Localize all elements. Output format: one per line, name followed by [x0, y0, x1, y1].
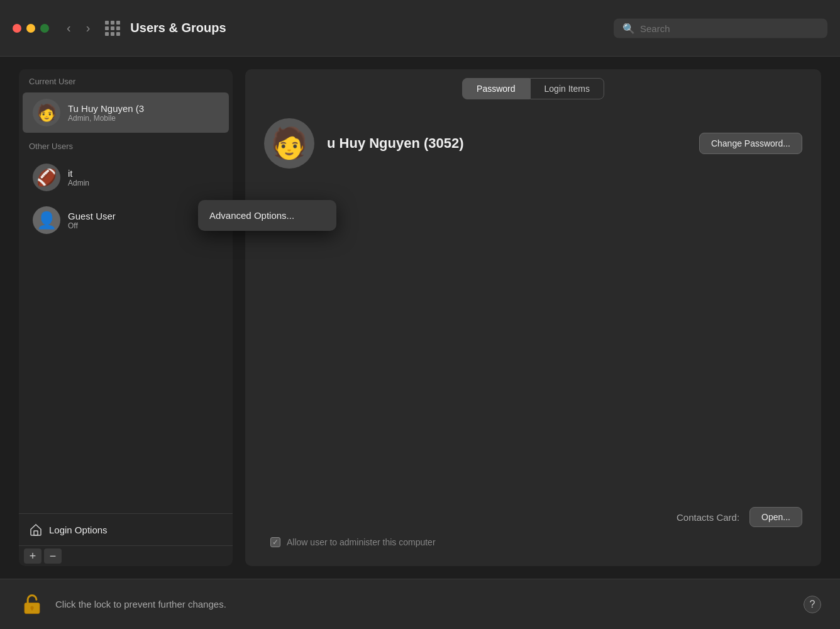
svg-rect-0: [34, 531, 38, 535]
open-contacts-button[interactable]: Open...: [749, 507, 802, 527]
guest-user-avatar: 👤: [33, 206, 60, 234]
lock-button[interactable]: [19, 591, 45, 618]
search-bar[interactable]: 🔍: [614, 18, 827, 38]
tab-password[interactable]: Password: [462, 78, 529, 99]
other-user-item-it[interactable]: 🏈 it Admin: [23, 157, 229, 198]
grid-icon[interactable]: [105, 21, 120, 36]
allow-admin-label: Allow user to administer this computer: [287, 537, 436, 547]
tabs-bar: Password Login Items: [245, 69, 821, 99]
back-button[interactable]: ‹: [62, 18, 76, 38]
nav-buttons: ‹ ›: [62, 18, 95, 38]
bottom-bar: Click the lock to prevent further change…: [0, 579, 840, 629]
titlebar: ‹ › Users & Groups 🔍: [0, 0, 840, 57]
main-content: Current User 🧑 Tu Huy Nguyen (3 Admin, M…: [0, 57, 840, 579]
context-menu: Advanced Options...: [198, 200, 336, 231]
it-user-avatar: 🏈: [33, 164, 60, 191]
contacts-row: Contacts Card: Open...: [264, 507, 802, 527]
add-user-button[interactable]: +: [24, 548, 41, 564]
guest-user-role: Off: [68, 221, 116, 230]
user-full-name: u Huy Nguyen (3052): [327, 135, 464, 152]
search-icon: 🔍: [622, 22, 635, 34]
add-remove-bar: + −: [19, 545, 233, 566]
it-user-name: it: [68, 168, 89, 179]
svg-rect-3: [31, 608, 33, 610]
remove-user-button[interactable]: −: [44, 548, 62, 564]
forward-button[interactable]: ›: [81, 18, 96, 38]
user-header: 🧑 u Huy Nguyen (3052) Change Password...: [264, 118, 802, 169]
maximize-button[interactable]: [40, 24, 49, 33]
current-user-label: Current User: [19, 69, 233, 91]
tab-login-items[interactable]: Login Items: [530, 78, 604, 99]
search-input[interactable]: [640, 23, 819, 33]
close-button[interactable]: [13, 24, 21, 33]
panel-body: 🧑 u Huy Nguyen (3052) Change Password...…: [245, 99, 821, 566]
current-user-avatar: 🧑: [33, 99, 60, 126]
advanced-options-menu-item[interactable]: Advanced Options...: [198, 204, 336, 227]
it-user-role: Admin: [68, 179, 89, 187]
page-title: Users & Groups: [130, 21, 226, 35]
change-password-button[interactable]: Change Password...: [699, 133, 802, 154]
lock-status-text: Click the lock to prevent further change…: [55, 599, 226, 610]
contacts-card-label: Contacts Card:: [264, 512, 739, 523]
allow-admin-row: ✓ Allow user to administer this computer: [264, 537, 802, 547]
window-controls: [13, 24, 49, 33]
help-button[interactable]: ?: [804, 596, 821, 613]
login-options-label: Login Options: [49, 525, 108, 535]
other-users-label: Other Users: [19, 134, 233, 156]
minimize-button[interactable]: [26, 24, 35, 33]
right-panel: Password Login Items 🧑 u Huy Nguyen (305…: [245, 69, 821, 566]
current-user-item[interactable]: 🧑 Tu Huy Nguyen (3 Admin, Mobile: [23, 92, 229, 133]
house-icon: [29, 523, 43, 537]
current-user-role: Admin, Mobile: [68, 114, 144, 123]
user-avatar-large: 🧑: [264, 118, 314, 169]
current-user-name: Tu Huy Nguyen (3: [68, 103, 144, 114]
lock-icon: [21, 593, 43, 616]
sidebar: Current User 🧑 Tu Huy Nguyen (3 Admin, M…: [19, 69, 233, 566]
allow-admin-checkbox[interactable]: ✓: [270, 537, 280, 547]
login-options-button[interactable]: Login Options: [19, 513, 233, 545]
guest-user-name: Guest User: [68, 211, 116, 221]
